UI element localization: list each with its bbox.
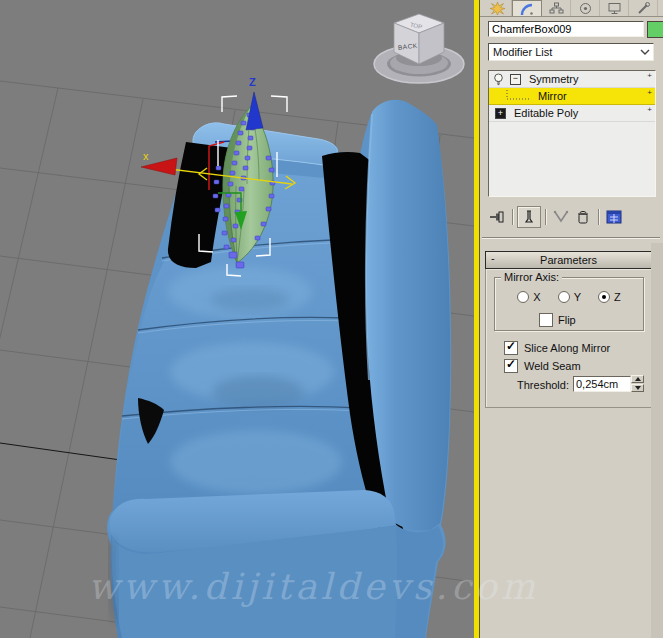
toolbar-separator xyxy=(512,209,513,225)
radio-z-label: Z xyxy=(614,291,621,303)
remove-modifier-button[interactable] xyxy=(572,207,594,227)
x-axis-label: x xyxy=(143,150,149,162)
show-end-result-button[interactable] xyxy=(517,206,541,228)
radio-y-icon[interactable] xyxy=(558,291,570,303)
object-name-input[interactable] xyxy=(488,21,644,37)
panel-right-gutter xyxy=(651,243,663,638)
toolbar-separator xyxy=(545,209,546,225)
configure-modifier-sets-button[interactable] xyxy=(603,207,625,227)
stack-item-editable-poly[interactable]: + Editable Poly + xyxy=(489,105,655,122)
mirror-axis-radios: X Y Z xyxy=(495,291,643,303)
collapse-toggle-icon[interactable]: + xyxy=(495,108,506,119)
threshold-input[interactable]: 0,254cm xyxy=(573,376,631,392)
radio-x-label: X xyxy=(533,291,540,303)
show-end-result-icon xyxy=(523,210,535,224)
stack-item-symmetry[interactable]: − Symmetry + xyxy=(489,71,655,88)
bulb-icon[interactable] xyxy=(493,73,504,86)
toolbar-separator xyxy=(598,209,599,225)
tab-display[interactable] xyxy=(600,0,629,16)
mirror-axis-group: Mirror Axis: X Y Z xyxy=(494,277,644,331)
stack-item-label: Editable Poly xyxy=(510,107,578,119)
radio-selected-dot xyxy=(602,295,606,299)
stack-row-marker: + xyxy=(647,105,652,114)
checkmark-icon: ✓ xyxy=(506,339,516,353)
spinner-up-icon xyxy=(635,377,641,381)
tab-motion[interactable] xyxy=(571,0,600,16)
spinner-up-button[interactable] xyxy=(631,375,644,383)
stack-item-label: Mirror xyxy=(534,90,567,102)
mirror-axis-group-label: Mirror Axis: xyxy=(501,271,562,283)
hierarchy-icon xyxy=(549,2,564,15)
threshold-label: Threshold: xyxy=(486,379,569,391)
command-panel-tabs xyxy=(480,0,663,17)
flip-label: Flip xyxy=(558,314,576,326)
rollout-collapse-icon[interactable]: - xyxy=(491,252,495,264)
remove-modifier-icon xyxy=(576,210,590,225)
stack-item-label: Symmetry xyxy=(525,73,579,85)
weld-seam-row[interactable]: ✓ Weld Seam xyxy=(504,359,581,373)
slice-along-mirror-label: Slice Along Mirror xyxy=(524,342,610,354)
stack-row-marker: + xyxy=(647,71,652,80)
z-axis-label: Z xyxy=(249,76,256,88)
command-panel: Modifier List − Symmetry + Mirror + xyxy=(479,0,663,638)
branch-line-icon xyxy=(505,90,531,102)
expand-toggle-icon[interactable]: − xyxy=(510,74,521,85)
tab-utilities[interactable] xyxy=(629,0,658,16)
make-unique-icon xyxy=(553,210,569,224)
object-color-swatch[interactable] xyxy=(647,21,663,38)
chevron-down-icon[interactable] xyxy=(637,49,653,55)
tab-hierarchy[interactable] xyxy=(542,0,571,16)
threshold-spinner xyxy=(631,375,644,392)
stack-item-mirror[interactable]: Mirror + xyxy=(489,88,655,105)
slice-along-mirror-row[interactable]: ✓ Slice Along Mirror xyxy=(504,341,610,355)
create-icon xyxy=(490,2,505,15)
spinner-down-button[interactable] xyxy=(631,384,644,392)
spinner-down-icon xyxy=(635,386,641,390)
radio-x-icon[interactable] xyxy=(517,291,529,303)
display-icon xyxy=(607,2,622,15)
tab-modify[interactable] xyxy=(512,0,542,17)
parameters-rollout-body: Mirror Axis: X Y Z xyxy=(485,269,652,408)
tab-create[interactable] xyxy=(483,0,512,16)
modifier-stack[interactable]: − Symmetry + Mirror + + Editable Poly + xyxy=(488,70,656,197)
modifier-list-dropdown[interactable]: Modifier List xyxy=(488,43,654,61)
pin-stack-icon xyxy=(489,210,506,224)
pin-stack-button[interactable] xyxy=(486,207,508,227)
flip-checkbox-row[interactable]: Flip xyxy=(539,313,576,327)
motion-icon xyxy=(578,2,593,15)
parameters-rollout: - Parameters Mirror Axis: X Y xyxy=(485,251,652,408)
modify-icon xyxy=(520,3,535,16)
radio-y[interactable]: Y xyxy=(558,291,581,303)
stack-row-marker: + xyxy=(647,88,652,97)
radio-z[interactable]: Z xyxy=(598,291,621,303)
modifier-list-label: Modifier List xyxy=(489,46,637,58)
viewport-3d[interactable]: Z x xyxy=(0,0,474,638)
utilities-icon xyxy=(636,2,651,15)
radio-x[interactable]: X xyxy=(517,291,540,303)
panel-divider xyxy=(482,237,660,239)
screen: Z x xyxy=(0,0,663,638)
stack-toolbar xyxy=(480,205,663,229)
flip-checkbox[interactable] xyxy=(539,313,553,327)
checkmark-icon: ✓ xyxy=(506,357,516,371)
parameters-rollout-header[interactable]: - Parameters xyxy=(485,251,652,269)
weld-seam-label: Weld Seam xyxy=(524,360,581,372)
weld-seam-checkbox[interactable]: ✓ xyxy=(504,359,518,373)
radio-z-icon[interactable] xyxy=(598,291,610,303)
radio-y-label: Y xyxy=(574,291,581,303)
make-unique-button[interactable] xyxy=(550,207,572,227)
rollout-title: Parameters xyxy=(540,254,597,266)
configure-modifier-sets-icon xyxy=(606,210,622,224)
slice-along-mirror-checkbox[interactable]: ✓ xyxy=(504,341,518,355)
